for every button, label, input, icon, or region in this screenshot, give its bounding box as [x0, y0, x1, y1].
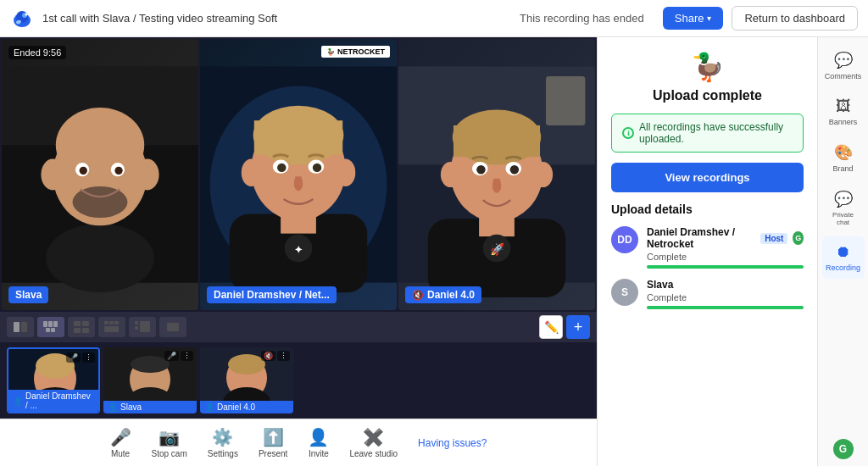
- upload-name-daniel: Daniel Dramshev / Netrocket: [647, 226, 755, 250]
- svg-point-24: [242, 158, 261, 186]
- ended-badge: Ended 9:56: [8, 46, 66, 59]
- svg-point-77: [228, 354, 265, 374]
- sidebar-recording-btn[interactable]: ⏺ Recording: [822, 236, 865, 279]
- video-grid: Ended 9:56 Slava: [0, 37, 597, 312]
- duck-logo-icon: 🦆: [611, 51, 804, 83]
- meeting-title: 1st call with Slava / Testing video stre…: [42, 12, 511, 25]
- progress-fill-slava: [647, 306, 804, 309]
- sidebar-brand-btn[interactable]: 🎨 Brand: [822, 136, 865, 180]
- svg-rect-49: [21, 322, 27, 332]
- daniel40-video: 🚀: [398, 39, 595, 310]
- svg-rect-62: [104, 326, 119, 332]
- having-issues-link[interactable]: Having issues?: [418, 437, 487, 449]
- sidebar-comments-btn[interactable]: 💬 Comments: [822, 44, 865, 87]
- svg-point-45: [510, 165, 519, 174]
- svg-rect-64: [140, 321, 150, 332]
- svg-rect-23: [254, 120, 342, 155]
- svg-rect-34: [546, 76, 585, 125]
- video-cell-daniel: ✦ 🦆 NETROCKET Daniel Dramshev / Net...: [200, 39, 397, 310]
- upload-item-daniel: DD Daniel Dramshev / Netrocket Host G Co…: [611, 226, 804, 269]
- stop-cam-button[interactable]: 📷 Stop cam: [152, 427, 187, 458]
- svg-rect-63: [135, 321, 138, 325]
- edit-layout-button[interactable]: ✏️: [539, 315, 563, 339]
- participant-name-slava: Slava: [8, 286, 48, 303]
- private-chat-icon: 💬: [834, 190, 853, 208]
- upload-status-slava: Complete: [647, 292, 804, 302]
- invite-button[interactable]: 👤 Invite: [308, 427, 329, 458]
- svg-rect-58: [82, 328, 89, 333]
- avatar-daniel: DD: [611, 226, 638, 253]
- camera-icon: 📷: [159, 427, 180, 447]
- svg-rect-55: [74, 321, 81, 326]
- recording-status: This recording has ended: [520, 12, 644, 25]
- upload-panel: 🦆 Upload complete ℹ All recordings have …: [597, 37, 817, 466]
- thumb-slava[interactable]: 🎤 ⋮ 👤 Slava: [103, 347, 197, 413]
- svg-rect-56: [82, 321, 89, 326]
- gear-icon: ⚙️: [212, 427, 233, 447]
- upload-name-slava: Slava: [647, 279, 673, 291]
- thumb-daniel40[interactable]: 🔇 ⋮ 👤 Daniel 4.0: [200, 347, 293, 413]
- layout-two-btn[interactable]: [37, 317, 64, 337]
- svg-point-41: [533, 162, 553, 187]
- progress-bar-daniel: [647, 265, 804, 269]
- svg-rect-51: [48, 321, 53, 327]
- participant-name-daniel40: 🔇 Daniel 4.0: [405, 286, 481, 303]
- return-dashboard-button[interactable]: Return to dashboard: [732, 6, 858, 31]
- success-icon: ℹ: [622, 127, 634, 139]
- leave-studio-button[interactable]: ✖️ Leave studio: [349, 427, 398, 458]
- sidebar-private-chat-btn[interactable]: 💬 Private chat: [822, 183, 865, 233]
- svg-rect-54: [51, 328, 55, 332]
- upload-title: Upload complete: [611, 88, 804, 103]
- layout-single-btn[interactable]: [7, 317, 34, 337]
- thumb-daniel[interactable]: 🎤 ⋮ 👤 Daniel Dramshev / ...: [7, 347, 100, 413]
- chevron-down-icon: ▾: [707, 14, 711, 23]
- leave-icon: ✖️: [363, 427, 384, 447]
- person-icon2: 👤: [108, 402, 118, 412]
- progress-fill-daniel: [647, 265, 804, 269]
- svg-point-25: [336, 158, 355, 186]
- present-button[interactable]: ⬆️ Present: [259, 427, 287, 458]
- layout-solo-btn[interactable]: [159, 317, 186, 337]
- svg-rect-59: [104, 321, 108, 325]
- person-add-icon: 👤: [308, 427, 329, 447]
- svg-rect-50: [43, 321, 47, 327]
- svg-point-29: [313, 164, 321, 172]
- slava-video: [2, 39, 198, 310]
- sidebar-banners-btn[interactable]: 🖼 Banners: [822, 91, 865, 133]
- mute-button[interactable]: 🎤 Mute: [110, 427, 131, 458]
- thumb-mic-icon2: 🎤: [164, 351, 179, 361]
- layout-focus-btn[interactable]: [129, 317, 156, 337]
- svg-rect-65: [135, 326, 138, 330]
- svg-point-40: [441, 162, 460, 187]
- header: 1st call with Slava / Testing video stre…: [0, 0, 868, 37]
- settings-button[interactable]: ⚙️ Settings: [208, 427, 238, 458]
- participant-name-daniel: Daniel Dramshev / Net...: [207, 286, 337, 303]
- svg-point-44: [476, 165, 485, 174]
- thumb-mute-icon3: 🔇: [261, 351, 275, 361]
- layout-grid-btn[interactable]: [68, 317, 95, 337]
- share-button[interactable]: Share ▾: [663, 7, 724, 30]
- avatar-slava: S: [611, 279, 638, 306]
- svg-rect-57: [74, 328, 81, 333]
- far-right-sidebar: 💬 Comments 🖼 Banners 🎨 Brand 💬 Private c…: [817, 37, 868, 466]
- svg-point-14: [80, 167, 87, 175]
- svg-rect-48: [14, 322, 19, 332]
- app-logo: [10, 7, 34, 31]
- svg-point-16: [73, 186, 128, 218]
- bottom-controls: 🎤 Mute 📷 Stop cam ⚙️ Settings ⬆️ Present…: [0, 419, 597, 466]
- svg-point-4: [25, 13, 28, 15]
- comments-icon: 💬: [834, 51, 853, 69]
- thumb-name-daniel: Daniel Dramshev / ...: [25, 391, 94, 410]
- add-layout-button[interactable]: +: [566, 315, 590, 339]
- mute-icon: 🔇: [412, 290, 424, 301]
- person-icon: 👤: [13, 397, 23, 406]
- layout-side-btn[interactable]: [98, 317, 125, 337]
- mic-icon: 🎤: [110, 427, 131, 447]
- brand-icon: 🎨: [834, 143, 853, 162]
- present-icon: ⬆️: [263, 427, 284, 447]
- thumbnails-strip: 🎤 ⋮ 👤 Daniel Dramshev / ... 🎤: [0, 342, 597, 419]
- svg-point-11: [56, 108, 144, 182]
- svg-point-7: [46, 224, 154, 292]
- view-recordings-button[interactable]: View recordings: [611, 163, 804, 192]
- banners-icon: 🖼: [836, 97, 851, 115]
